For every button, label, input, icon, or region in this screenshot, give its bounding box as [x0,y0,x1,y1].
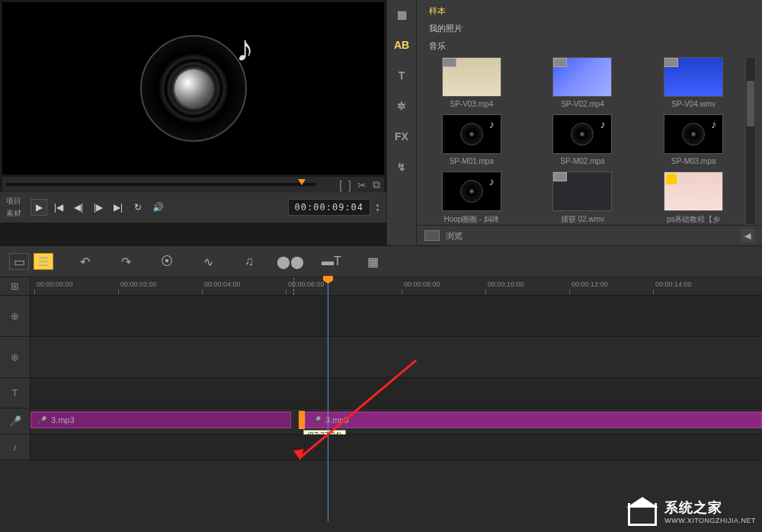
go-start-button[interactable]: |◀ [50,199,67,216]
expand-icon[interactable]: ⧉ [373,178,380,191]
video-track-1[interactable] [30,296,762,336]
auto-music-button[interactable]: ♫ [239,253,259,270]
thumb-item[interactable]: ♪SP-M01.mpa [423,114,520,165]
timeline: ⊞ 00:00:00:00 00:00:02:00 00:00:04:00 00… [0,277,762,460]
thumb-item[interactable]: ps基础教程【乡 [645,171,742,225]
audio-artwork: ♪ [140,35,247,142]
media-tool-icon[interactable]: ▦ [391,6,412,23]
browse-icon[interactable] [424,230,440,241]
music-track-icon[interactable]: ♪ [0,434,30,460]
music-note-icon: ♪ [236,27,255,69]
overlay-track-icon[interactable]: ⊕ [0,337,30,377]
scrub-marker[interactable] [298,179,306,185]
thumb-item[interactable]: ♪Hoop圈圈 - 妈咪 [423,171,520,225]
play-button[interactable]: ▶ [30,199,47,216]
cut-icon[interactable]: ✂ [357,179,367,191]
preview-viewport: ♪ [2,2,384,175]
title-track-icon[interactable]: T [0,378,30,408]
go-end-button[interactable]: ▶| [110,199,126,216]
timeline-playhead[interactable] [328,277,328,521]
timeline-toolbar: ▭ ☰ ↶ ↷ ⦿ ∿ ♫ ⬤⬤ ▬T ▦ [0,245,762,277]
repeat-button[interactable]: ↻ [130,199,146,216]
filter-tool-icon[interactable]: FX [391,128,412,145]
watermark: 系统之家 WWW.XITONGZHIJIA.NET [628,497,756,526]
tree-my-photos[interactable]: 我的照片 [424,21,754,36]
undo-button[interactable]: ↶ [75,253,94,270]
thumb-item[interactable]: ♪SP-M02.mpa [534,114,632,165]
audio-clip-left[interactable]: 🎤3.mp3 [30,412,291,428]
mode-clip-label[interactable]: 素材 [6,208,21,219]
library-scrollbar[interactable] [745,57,756,225]
mark-in-icon[interactable]: [ [339,179,342,191]
subtitle-button[interactable]: ▬T [322,253,341,270]
watermark-logo-icon [628,497,660,526]
chapters-button[interactable]: ⬤⬤ [280,253,300,270]
scrub-bar[interactable]: [ ] ✂ ⧉ [2,177,384,192]
voice-track-icon[interactable]: 🎤 [0,409,30,434]
tc-up[interactable]: ▲ [375,202,380,207]
mark-out-icon[interactable]: ] [348,179,351,191]
clip-audio-icon: 🎤 [37,416,46,425]
library-tree: 样本 我的照片 音乐 [417,0,762,57]
clip-audio-icon: 🎤 [312,416,321,425]
preview-panel: ♪ [ ] ✂ ⧉ 项目 素材 ▶ |◀ ◀| |▶ ▶| ↻ 🔊 [0,0,386,245]
path-tool-icon[interactable]: ↯ [391,159,412,175]
music-track[interactable] [30,434,762,460]
thumb-item[interactable]: 捕获 02.wmv [534,171,632,225]
volume-button[interactable]: 🔊 [149,199,166,216]
graphics-tool-icon[interactable]: ✲ [391,98,412,114]
title-tool-icon[interactable]: T [391,67,412,84]
title-track[interactable] [30,378,762,408]
thumb-item[interactable]: ♪SP-M03.mpa [645,114,742,165]
audio-clip-right[interactable]: 🎤3.mp3 [305,412,762,428]
prev-frame-button[interactable]: ◀| [70,199,87,216]
browse-label[interactable]: 浏览 [446,230,463,242]
ruler-head[interactable]: ⊞ [0,277,30,295]
audio-mixer-button[interactable]: ∿ [198,253,218,270]
timecode-display[interactable]: 00:00:09:04 [288,199,370,216]
library-footer: 浏览 ◀ [417,225,762,245]
clip-split-handle[interactable] [299,411,305,429]
video-track-icon[interactable]: ⊕ [0,296,30,336]
scroll-left-button[interactable]: ◀ [741,229,754,242]
overlay-track[interactable] [30,337,762,377]
tree-sample[interactable]: 样本 [424,4,754,18]
transport-controls: 项目 素材 ▶ |◀ ◀| |▶ ▶| ↻ 🔊 00:00:09:04 ▲▼ [0,192,386,223]
timeline-view-button[interactable]: ☰ [34,253,53,270]
tool-column: ▦ AB T ✲ FX ↯ [386,0,417,245]
voice-track[interactable]: 🎤3.mp3 🎤3.mp3 (07:27:04) [30,409,762,434]
library-panel: 样本 我的照片 音乐 SP-V03.mp4 SP-V02.mp4 SP-V04.… [417,0,762,245]
record-button[interactable]: ⦿ [157,253,177,270]
cut-indicator [293,277,294,295]
thumb-item[interactable]: SP-V04.wmv [645,57,742,108]
thumb-item[interactable]: SP-V03.mp4 [423,57,520,108]
time-ruler[interactable]: 00:00:00:00 00:00:02:00 00:00:04:00 00:0… [30,277,762,295]
tc-down[interactable]: ▼ [375,207,380,213]
track-manager-button[interactable]: ▦ [363,253,383,270]
redo-button[interactable]: ↷ [116,253,136,270]
transition-tool-icon[interactable]: AB [391,37,412,53]
next-frame-button[interactable]: |▶ [90,199,107,216]
storyboard-view-button[interactable]: ▭ [9,253,29,270]
thumbnail-grid: SP-V03.mp4 SP-V02.mp4 SP-V04.wmv ♪SP-M01… [423,57,742,225]
tree-music[interactable]: 音乐 [424,39,754,53]
mode-project-label[interactable]: 项目 [6,196,21,207]
thumb-item[interactable]: SP-V02.mp4 [534,57,632,108]
